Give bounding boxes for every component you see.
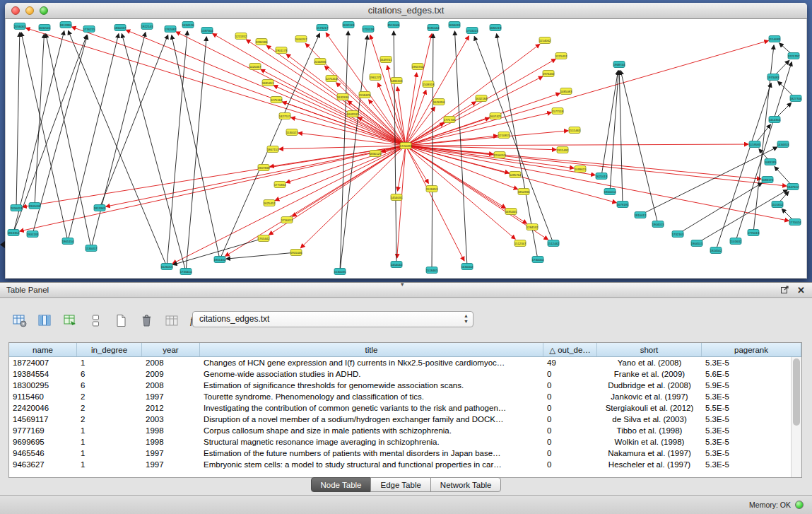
table-row[interactable]: 911546021997Tourette syndrome. Phenomeno… [9, 391, 791, 402]
graph-node[interactable]: 1626356 [433, 99, 445, 105]
graph-node[interactable]: 1968744 [613, 62, 625, 68]
graph-node[interactable]: 1905036 [29, 203, 41, 209]
tab-network-table[interactable]: Network Table [430, 477, 502, 492]
graph-node[interactable]: 1973483 [767, 74, 779, 81]
graph-node[interactable]: 1901432 [214, 257, 226, 263]
graph-edge-black[interactable] [186, 37, 206, 271]
graph-node[interactable]: 1495764 [510, 172, 522, 178]
graph-node[interactable]: 1763442 [258, 235, 270, 242]
close-panel-icon[interactable]: ✕ [797, 286, 805, 296]
graph-edge-red[interactable] [406, 146, 464, 261]
graph-edge-red[interactable] [126, 30, 406, 146]
graph-node[interactable]: 1482203 [391, 78, 403, 84]
graph-node[interactable]: 1512442 [548, 240, 560, 247]
graph-edge-black[interactable] [640, 147, 777, 215]
graph-node[interactable]: 1630002 [461, 264, 473, 270]
graph-node[interactable]: 1607425 [490, 113, 502, 119]
graph-edge-red[interactable] [213, 34, 406, 146]
graph-edge-red[interactable] [406, 146, 515, 239]
graph-node[interactable]: 1101652 [772, 201, 784, 208]
graph-node[interactable]: 1083185 [765, 159, 777, 165]
graph-node[interactable]: 2056053 [11, 205, 23, 211]
graph-node[interactable]: 1649741 [380, 57, 392, 63]
graph-edge-red[interactable] [406, 73, 417, 146]
graph-node[interactable]: 1963704 [412, 64, 424, 70]
graph-node[interactable]: 1732163 [672, 231, 684, 238]
graph-edge-red[interactable] [397, 146, 406, 258]
table-row[interactable]: 1456911722003Disruption of a novel membe… [9, 414, 791, 425]
column-header-short[interactable]: short [597, 343, 702, 356]
graph-node[interactable]: 1284532 [526, 224, 539, 230]
graph-node[interactable]: 1770024 [789, 219, 801, 226]
graph-edge-red[interactable] [406, 146, 428, 183]
graph-node[interactable]: 1813352 [8, 230, 20, 236]
table-scrollbar[interactable] [791, 357, 801, 477]
graph-node[interactable]: 1630541 [39, 25, 51, 31]
tab-node-table[interactable]: Node Table [311, 477, 372, 492]
float-panel-icon[interactable] [780, 284, 789, 297]
memory-indicator[interactable] [795, 501, 804, 509]
graph-node[interactable]: 1694091 [449, 22, 461, 28]
graph-node[interactable]: 1827746 [790, 95, 802, 102]
graph-edge-black[interactable] [678, 183, 762, 234]
graph-node[interactable]: 1211352 [235, 33, 247, 40]
graph-edge-black[interactable] [610, 71, 618, 192]
graph-node[interactable]: 2056063 [14, 23, 26, 30]
graph-node[interactable]: 1530057 [86, 245, 98, 252]
graph-node[interactable]: 1770013 [748, 230, 760, 236]
graph-node[interactable]: 1210815 [498, 132, 510, 139]
graph-node[interactable]: 1847612 [787, 184, 799, 190]
graph-node[interactable]: 1625452 [264, 200, 276, 206]
zoom-window-button[interactable] [40, 6, 48, 15]
graph-node[interactable]: 1901173 [276, 47, 288, 54]
graph-edge-red[interactable] [370, 35, 406, 146]
graph-node[interactable]: 1573217 [317, 25, 329, 31]
graph-edge-black[interactable] [46, 34, 91, 248]
graph-node[interactable]: 1221797 [788, 53, 800, 59]
graph-node[interactable]: 1730004 [532, 257, 544, 263]
graph-node[interactable]: 1275162 [271, 97, 283, 103]
network-canvas[interactable]: 2056063163054118139801716215186033719221… [6, 19, 806, 278]
graph-edge-black[interactable] [91, 33, 146, 248]
graph-edge-black[interactable] [16, 33, 20, 208]
graph-edge-black[interactable] [736, 62, 792, 241]
graph-node[interactable]: 8181044 [428, 25, 440, 31]
graph-node[interactable]: 1756412 [281, 217, 293, 223]
graph-node[interactable]: 1973432 [543, 71, 555, 77]
graph-edge-red[interactable] [406, 90, 426, 146]
graph-node[interactable]: 1420467 [249, 64, 261, 70]
column-header-out_de[interactable]: △ out_de… [543, 343, 597, 356]
graph-node[interactable]: 1924502 [710, 247, 722, 254]
graph-node[interactable]: 1901446 [290, 250, 302, 256]
graph-edge-black[interactable] [697, 190, 787, 243]
column-header-pagerank[interactable]: pagerank [702, 343, 801, 356]
graph-node[interactable]: 1771834 [274, 182, 286, 188]
graph-node[interactable]: 1813980 [60, 22, 72, 28]
graph-node[interactable]: 1530027 [286, 129, 298, 136]
graph-node[interactable]: 1275414 [326, 76, 338, 82]
graph-edge-red[interactable] [406, 146, 789, 221]
minimize-window-button[interactable] [25, 6, 34, 15]
close-window-button[interactable] [11, 6, 20, 15]
table-mode-icon[interactable] [10, 311, 29, 329]
import-table-icon[interactable] [61, 311, 80, 329]
graph-node[interactable]: 1154062 [539, 37, 551, 44]
graph-edge-black[interactable] [432, 34, 433, 270]
graph-node[interactable]: 8513046 [388, 22, 400, 28]
graph-node[interactable]: 1434353 [777, 141, 789, 148]
graph-node[interactable]: 1454031 [391, 194, 403, 201]
graph-edge-black[interactable] [753, 45, 774, 233]
collapse-left-arrow[interactable] [0, 241, 5, 248]
graph-node[interactable]: 1159583 [749, 141, 761, 148]
table-row[interactable]: 946554611997Estimation of the future num… [9, 448, 791, 459]
graph-node[interactable]: 1518465 [426, 267, 438, 274]
graph-node[interactable]: 1771745 [444, 117, 456, 123]
graph-node[interactable]: 1414355 [769, 117, 781, 123]
table-row[interactable]: 2242004622012Investigating the contribut… [9, 402, 791, 414]
graph-edge-red[interactable] [286, 146, 406, 182]
graph-edge-red[interactable] [20, 146, 406, 231]
graph-edge-red[interactable] [246, 40, 406, 146]
graph-node[interactable]: 1922143 [141, 23, 153, 30]
graph-edge-black[interactable] [21, 33, 68, 241]
graph-node[interactable]: 1154083 [769, 36, 781, 42]
